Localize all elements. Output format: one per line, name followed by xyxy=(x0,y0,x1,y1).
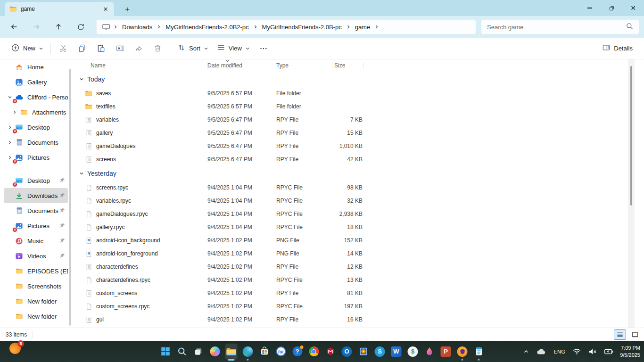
sidebar-item-new-folder[interactable]: New folder xyxy=(4,309,68,324)
breadcrumb-chevron-icon[interactable] xyxy=(156,25,162,29)
search-icon[interactable] xyxy=(626,23,633,31)
sidebar-item-new-folder[interactable]: New folder xyxy=(4,294,68,309)
group-header-yesterday[interactable]: Yesterday xyxy=(75,166,635,181)
breadcrumb-item[interactable]: game xyxy=(351,22,374,32)
taskbar-get-help-icon[interactable]: ? xyxy=(291,344,304,360)
taskbar-paint-icon[interactable] xyxy=(423,344,436,360)
taskbar-powerpoint-icon[interactable]: P xyxy=(440,344,452,360)
explorer-tab[interactable]: game ✕ xyxy=(5,2,114,16)
battery-charging-icon[interactable] xyxy=(603,347,615,356)
details-pane-button[interactable]: Details xyxy=(598,41,636,57)
chevron-right-icon[interactable] xyxy=(11,110,18,115)
file-row[interactable]: gui9/4/2025 1:02 PMRPY File16 KB xyxy=(75,313,635,326)
file-row[interactable]: gallery9/5/2025 6:47 PMRPY File15 KB xyxy=(75,126,635,140)
sidebar-item-pictures[interactable]: ✕Pictures xyxy=(4,150,68,165)
sidebar-item-episodes-edits[interactable]: EPISODES (EDITS xyxy=(4,263,68,279)
volume-muted-icon[interactable] xyxy=(586,346,599,357)
file-row[interactable]: custom_screens.rpyc9/4/2025 1:02 PMRPYC … xyxy=(75,300,635,313)
breadcrumb-chevron-icon[interactable] xyxy=(346,25,351,29)
file-row[interactable]: android-icon_foreground9/4/2025 1:02 PMP… xyxy=(75,247,635,260)
sidebar-item-music[interactable]: Music xyxy=(4,233,68,248)
sidebar-item-desktop[interactable]: ✕Desktop xyxy=(4,120,68,135)
close-button[interactable]: ✕ xyxy=(622,0,644,16)
file-row[interactable]: screens9/5/2025 6:47 PMRPY File42 KB xyxy=(75,153,635,166)
paste-button[interactable] xyxy=(91,41,110,57)
taskbar-money-icon[interactable]: $ xyxy=(407,344,419,360)
taskbar-security-icon[interactable] xyxy=(456,344,469,360)
language-indicator[interactable]: ENG xyxy=(552,347,567,356)
sidebar-scrollbar[interactable] xyxy=(69,69,71,326)
sidebar-item-attachments[interactable]: Attachments xyxy=(4,105,68,120)
file-row[interactable]: variables9/5/2025 6:47 PMRPY File7 KB xyxy=(75,113,635,126)
taskbar-mcafee-icon[interactable] xyxy=(324,344,337,360)
taskbar-store-icon[interactable] xyxy=(258,344,271,360)
restore-button[interactable] xyxy=(601,0,622,16)
tab-close-icon[interactable]: ✕ xyxy=(101,4,110,14)
large-icons-view-toggle[interactable] xyxy=(629,329,641,340)
view-button[interactable]: View xyxy=(213,41,254,57)
refresh-button[interactable] xyxy=(73,20,89,34)
breadcrumb-item[interactable]: Downloads xyxy=(118,22,156,32)
file-row[interactable]: custom_screens9/4/2025 1:02 PMRPY File81… xyxy=(75,287,635,300)
sidebar-item-pictures[interactable]: ✕Pictures xyxy=(4,218,68,233)
clock[interactable]: 7:09 PM 9/5/2025 xyxy=(620,345,640,359)
widgets-button[interactable]: 5 xyxy=(9,343,22,355)
chevron-right-icon[interactable] xyxy=(7,155,13,160)
column-header-name[interactable]: Name xyxy=(79,62,207,69)
file-row[interactable]: android-icon_background9/4/2025 1:02 PMP… xyxy=(75,234,635,247)
file-list-scrollbar-track[interactable] xyxy=(628,59,635,328)
forward-button[interactable] xyxy=(28,20,44,34)
file-row[interactable]: textfiles9/5/2025 6:57 PMFile folder xyxy=(75,100,635,113)
file-list-scrollbar-thumb[interactable] xyxy=(630,66,632,206)
taskbar-edge-icon[interactable] xyxy=(242,344,254,360)
taskbar-skype-icon[interactable]: S xyxy=(374,344,386,360)
file-row[interactable]: screens.rpyc9/4/2025 1:04 PMRPYC File98 … xyxy=(75,181,635,194)
chevron-down-icon[interactable] xyxy=(79,75,84,83)
breadcrumb-chevron-icon[interactable] xyxy=(253,25,258,29)
search-input[interactable] xyxy=(487,24,626,31)
rename-button[interactable] xyxy=(110,41,129,57)
search-box[interactable] xyxy=(481,19,639,34)
share-button[interactable] xyxy=(129,41,148,57)
back-button[interactable] xyxy=(6,20,22,34)
up-button[interactable] xyxy=(50,20,66,34)
taskbar-copilot-icon[interactable] xyxy=(209,344,221,360)
sort-button[interactable]: Sort xyxy=(173,41,213,57)
sidebar-item-clifford-persor[interactable]: ✕Clifford - Persor xyxy=(4,90,68,105)
cut-button[interactable] xyxy=(54,41,73,57)
chevron-right-icon[interactable] xyxy=(7,140,13,145)
taskbar-movies-tv-icon[interactable] xyxy=(357,344,370,360)
file-row[interactable]: gameDialogues9/5/2025 6:47 PMRPY File1,0… xyxy=(75,140,635,153)
sidebar-item-desktop[interactable]: ✕Desktop xyxy=(4,173,68,188)
column-header-type[interactable]: Type xyxy=(276,62,332,69)
wifi-icon[interactable] xyxy=(571,346,583,357)
onedrive-tray-icon[interactable] xyxy=(535,346,548,357)
sidebar-item-gallery[interactable]: Gallery xyxy=(4,74,68,90)
breadcrumb-item[interactable]: MyGirlfriendsFriends-2.0B2-pc xyxy=(162,22,252,32)
chevron-down-icon[interactable] xyxy=(7,95,13,99)
breadcrumb-chevron-icon[interactable] xyxy=(113,25,118,29)
this-pc-icon[interactable] xyxy=(99,24,113,31)
sidebar-item-videos[interactable]: Videos xyxy=(4,248,68,263)
breadcrumb-item[interactable]: MyGirlfriendsFriends-2.0B-pc xyxy=(258,22,346,32)
taskbar-notepad-icon[interactable] xyxy=(473,344,485,360)
taskbar-search-icon[interactable] xyxy=(176,344,188,360)
file-row[interactable]: gallery.rpyc9/4/2025 1:04 PMRPYC File18 … xyxy=(75,221,635,234)
sidebar-item-documents[interactable]: Documents xyxy=(4,203,68,218)
sidebar-item-home[interactable]: Home xyxy=(4,59,68,74)
sidebar-item-documents[interactable]: Documents xyxy=(4,135,68,150)
chevron-right-icon[interactable] xyxy=(7,125,13,130)
new-button[interactable]: New xyxy=(7,41,48,57)
sidebar-item-screenshots[interactable]: Screenshots xyxy=(4,279,68,294)
file-row[interactable]: variables.rpyc9/4/2025 1:04 PMRPYC File3… xyxy=(75,194,635,207)
tray-chevron-up-icon[interactable] xyxy=(521,347,531,356)
chevron-down-icon[interactable] xyxy=(79,170,84,177)
file-row[interactable]: characterdefines.rpyc9/4/2025 1:02 PMRPY… xyxy=(75,273,635,287)
breadcrumb-chevron-icon[interactable] xyxy=(374,25,380,29)
taskbar-task-view-icon[interactable] xyxy=(192,344,205,360)
column-header-size[interactable]: Size xyxy=(332,62,363,69)
column-header-date-modified[interactable]: Date modified xyxy=(207,62,276,69)
taskbar-start-icon[interactable] xyxy=(159,344,172,360)
new-tab-button[interactable]: + xyxy=(122,4,133,15)
details-view-toggle[interactable] xyxy=(614,329,626,340)
